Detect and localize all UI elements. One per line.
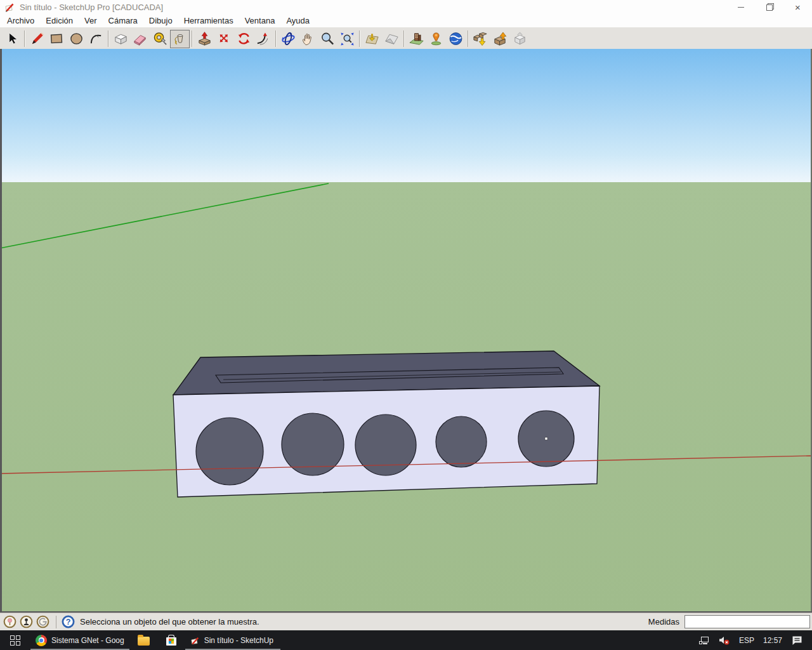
toolbar-separator — [192, 30, 193, 47]
close-button[interactable]: × — [783, 0, 812, 14]
block-model[interactable] — [173, 351, 599, 497]
language-code: ESP — [739, 636, 754, 645]
restore-icon — [766, 4, 772, 10]
chrome-icon — [36, 635, 47, 646]
photo-textures-button[interactable] — [407, 30, 426, 48]
network-icon — [699, 637, 709, 644]
menu-herramientas[interactable]: Herramientas — [178, 14, 239, 27]
orange-pin-icon — [428, 31, 444, 47]
zoom-extents-icon — [339, 31, 355, 47]
menu-ayuda[interactable]: Ayuda — [280, 14, 315, 27]
sketchup-task-label: Sin título - SketchUp ... — [204, 636, 275, 645]
make-component-button[interactable] — [111, 30, 131, 48]
taskbar-explorer-button[interactable] — [129, 630, 157, 650]
rectangle-tool-button[interactable] — [47, 30, 67, 48]
building-map-icon — [409, 31, 424, 47]
sketchup-taskbar-icon — [190, 635, 200, 646]
rectangle-icon — [49, 31, 65, 47]
arc-tool-button[interactable] — [86, 30, 106, 48]
hand-icon — [300, 31, 316, 47]
google-earth-button[interactable] — [446, 30, 466, 48]
warehouse-box-button[interactable] — [510, 30, 530, 48]
measure-input[interactable] — [684, 615, 810, 628]
pale-box-icon — [512, 31, 528, 47]
orbit-tool-button[interactable] — [278, 30, 298, 48]
follow-me-icon — [256, 31, 272, 47]
sketchup-logo-icon — [4, 2, 15, 12]
status-bar: ? Selecciona un objeto del que obtener l… — [0, 613, 812, 630]
warehouse-download-icon — [473, 31, 488, 47]
move-tool-button[interactable] — [214, 30, 234, 48]
rotate-tool-button[interactable] — [234, 30, 254, 48]
circle-tool-button[interactable] — [67, 30, 86, 48]
zoom-extents-button[interactable] — [337, 30, 357, 48]
orbit-icon — [280, 31, 296, 47]
help-icon[interactable]: ? — [62, 615, 75, 628]
push-pull-button[interactable] — [195, 30, 214, 48]
volume-tray-button[interactable] — [714, 630, 735, 650]
clock[interactable]: 12:57 — [759, 630, 787, 650]
status-message: Selecciona un objeto del que obtener la … — [80, 617, 648, 627]
network-tray-button[interactable] — [695, 630, 714, 650]
viewport-left-border — [0, 49, 2, 613]
model-canvas — [0, 49, 812, 613]
start-icon — [10, 635, 20, 646]
share-model-button[interactable] — [490, 30, 510, 48]
sketchup-window: Sin título - SketchUp Pro [CADUCADA] × A… — [0, 0, 812, 650]
toolbar — [0, 29, 812, 49]
hole-3[interactable] — [355, 415, 416, 475]
menu-dibujo[interactable]: Dibujo — [143, 14, 178, 27]
terrain-icon — [384, 31, 400, 47]
menu-ventana[interactable]: Ventana — [239, 14, 281, 27]
clock-time: 12:57 — [763, 636, 782, 645]
toggle-terrain-button[interactable] — [382, 30, 402, 48]
chrome-task-label: Sistema GNet - Goog... — [51, 636, 124, 645]
minimize-button[interactable] — [726, 0, 755, 14]
preview-google-earth-button[interactable] — [426, 30, 446, 48]
action-center-button[interactable] — [787, 630, 812, 650]
select-tool-button[interactable] — [3, 30, 22, 48]
language-indicator[interactable]: ESP — [735, 630, 759, 650]
menu-camara[interactable]: Cámara — [103, 14, 143, 27]
eraser-tool-button[interactable] — [131, 30, 150, 48]
paint-bucket-icon — [172, 31, 188, 47]
viewport-3d[interactable] — [0, 49, 812, 613]
circle-icon — [69, 31, 84, 47]
paint-bucket-button[interactable] — [170, 30, 190, 48]
menu-ver[interactable]: Ver — [79, 14, 103, 27]
toolbar-separator — [403, 30, 405, 47]
pan-tool-button[interactable] — [298, 30, 318, 48]
status-separator — [56, 616, 56, 628]
taskbar-sketchup-task[interactable]: Sin título - SketchUp ... — [185, 630, 280, 650]
hole-4[interactable] — [436, 416, 487, 467]
restore-button[interactable] — [755, 0, 783, 14]
pencil-icon — [29, 31, 45, 47]
google-credit-status-icon[interactable] — [36, 615, 49, 628]
sky — [0, 49, 812, 182]
title-bar: Sin título - SketchUp Pro [CADUCADA] × — [0, 0, 812, 14]
file-explorer-icon — [138, 637, 150, 646]
map-download-icon — [364, 31, 380, 47]
toolbar-separator — [275, 30, 277, 47]
taskbar: Sistema GNet - Goog... Sin título - Sket… — [0, 630, 812, 650]
follow-me-button[interactable] — [254, 30, 273, 48]
add-location-button[interactable] — [362, 30, 382, 48]
zoom-tool-button[interactable] — [318, 30, 337, 48]
claim-credit-status-icon[interactable] — [20, 615, 33, 628]
toolbar-separator — [359, 30, 360, 47]
start-button[interactable] — [0, 630, 30, 650]
magnifier-icon — [320, 31, 336, 47]
white-box-icon — [113, 31, 129, 47]
minimize-icon — [738, 7, 744, 8]
line-tool-button[interactable] — [27, 30, 47, 48]
menu-edicion[interactable]: Edición — [40, 14, 79, 27]
geolocation-status-icon[interactable] — [3, 615, 16, 628]
hole-1[interactable] — [196, 418, 263, 485]
taskbar-chrome-task[interactable]: Sistema GNet - Goog... — [30, 630, 129, 650]
rotate-arrows-icon — [236, 31, 252, 47]
get-models-button[interactable] — [471, 30, 490, 48]
taskbar-store-button[interactable] — [157, 630, 185, 650]
tape-measure-button[interactable] — [150, 30, 170, 48]
menu-archivo[interactable]: Archivo — [1, 14, 40, 27]
measure-label: Medidas — [648, 617, 679, 627]
